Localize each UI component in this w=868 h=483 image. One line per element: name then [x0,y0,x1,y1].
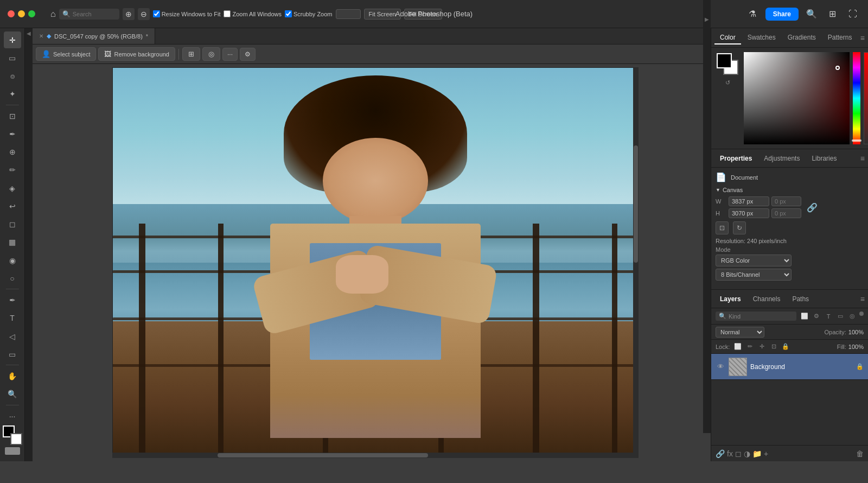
scrubby-zoom-checkbox[interactable]: Scrubby Zoom [285,10,333,17]
more-options-button[interactable]: ··· [222,48,238,61]
fill-value[interactable]: 100% [848,344,864,350]
share-button[interactable]: Share [765,8,799,21]
magic-wand-tool[interactable]: ✦ [4,86,21,103]
zoom-in-button[interactable]: ⊕ [123,8,135,20]
lock-all-icon[interactable]: 🔒 [781,342,790,352]
lock-transparent-icon[interactable]: ⬜ [733,342,743,352]
add-layer-icon[interactable]: + [764,449,768,458]
minimize-button[interactable] [18,10,25,17]
lasso-tool[interactable]: ⌾ [4,68,21,85]
chain-link-icon[interactable]: 🔗 [807,202,818,213]
smartobject-filter-icon[interactable]: ◎ [847,312,857,321]
layer-visibility-toggle[interactable]: 👁 [716,362,725,372]
height-input[interactable] [729,208,769,218]
hand-tool[interactable]: ✋ [4,367,21,384]
zoom-input[interactable]: 100% [336,9,361,19]
tab-adjustments[interactable]: Adjustments [758,152,805,164]
path-selection-tool[interactable]: ◁ [4,328,21,345]
alpha-slider[interactable] [864,52,868,144]
delete-layer-icon[interactable]: 🗑 [856,449,864,458]
healing-tool[interactable]: ⊕ [4,143,21,160]
left-collapse-strip[interactable]: ◀ [25,28,33,461]
add-mask-icon[interactable]: ◻ [735,449,742,458]
close-button[interactable] [8,10,15,17]
gradient-tool[interactable]: ▦ [4,234,21,251]
history-brush-tool[interactable]: ↩ [4,198,21,214]
width-input[interactable] [729,196,769,206]
search-input[interactable] [73,11,116,17]
search-box[interactable]: 🔍 [59,9,119,20]
more-tools-button[interactable]: ··· [4,408,21,424]
bit-depth-select[interactable]: 8 Bits/Channel 16 Bits/Channel 32 Bits/C… [716,269,792,281]
shape-filter-icon[interactable]: ▭ [835,312,845,321]
background-color[interactable] [10,433,22,445]
horizontal-scrollbar[interactable] [112,453,639,458]
tab-libraries[interactable]: Libraries [806,152,842,164]
add-fx-icon[interactable]: fx [727,449,733,458]
hue-slider[interactable] [853,52,860,144]
layers-kind-filter[interactable]: 🔍 Kind [716,312,796,321]
remove-background-button[interactable]: 🖼 Remove background [98,47,175,61]
home-icon[interactable]: ⌂ [50,9,56,19]
tab-layers[interactable]: Layers [714,293,746,305]
color-panel-more-icon[interactable]: ≡ [860,34,865,42]
reset-colors-icon[interactable]: ↺ [725,79,730,86]
blend-mode-select[interactable]: Normal Multiply Screen Overlay [716,327,764,338]
brush-tool[interactable]: ✏ [4,162,21,179]
layer-item[interactable]: 👁 Background 🔒 [711,354,868,380]
tab-color[interactable]: Color [714,31,741,45]
pen-tool[interactable]: ✒ [4,291,21,308]
select-mask-button[interactable]: ◎ [202,47,220,61]
eraser-tool[interactable]: ◻ [4,215,21,232]
add-link-icon[interactable]: 🔗 [716,449,725,458]
eyedropper-tool[interactable]: ✒ [4,125,21,142]
rotate-canvas-button[interactable]: ↻ [733,221,746,234]
blur-tool[interactable]: ◉ [4,252,21,269]
color-mode-select[interactable]: RGB Color CMYK Color Grayscale [716,255,792,266]
zoom-tool[interactable]: 🔍 [4,386,21,403]
zoom-out-button[interactable]: ⊖ [138,8,150,20]
canvas-section-header[interactable]: ▼ Canvas [716,187,864,193]
maximize-button[interactable] [28,10,35,17]
lock-position-icon[interactable]: ✛ [757,342,767,352]
crop-tool[interactable]: ⊡ [4,107,21,124]
horizontal-scrollbar-thumb[interactable] [218,453,428,457]
lock-pixels-icon[interactable]: ✏ [745,342,755,352]
dodge-tool[interactable]: ○ [4,270,21,287]
resize-windows-checkbox[interactable]: Resize Windows to Fit [153,10,221,17]
shape-tool[interactable]: ▭ [4,346,21,363]
tab-properties[interactable]: Properties [714,152,757,164]
tab-channels[interactable]: Channels [748,293,786,305]
select-subject-button[interactable]: 👤 Select subject [36,47,96,61]
opacity-value[interactable]: 100% [848,329,864,335]
settings-button[interactable]: ⚙ [240,48,256,61]
tab-close[interactable]: ✕ [39,33,43,39]
move-tool[interactable]: ✛ [4,31,21,48]
tab-gradients[interactable]: Gradients [782,31,821,45]
color-gradient-box[interactable] [744,52,850,144]
search-icon[interactable]: 🔍 [804,7,819,22]
vertical-scrollbar-thumb[interactable] [634,145,638,263]
y-input[interactable] [771,208,801,218]
tab-paths[interactable]: Paths [787,293,814,305]
foreground-swatch[interactable] [717,53,732,68]
tab-swatches[interactable]: Swatches [742,31,781,45]
document-tab[interactable]: ✕ ◆ DSC_0547 copy @ 50% (RGB/8) * [33,28,155,44]
stamp-tool[interactable]: ◈ [4,180,21,196]
properties-more-icon[interactable]: ≡ [860,154,865,163]
adjustment-filter-icon[interactable]: ⚙ [812,312,821,321]
arrange-icon[interactable]: ⊞ [825,7,840,22]
photo-canvas[interactable] [112,67,639,458]
fit-canvas-button[interactable]: ⊡ [716,221,729,234]
type-filter-icon[interactable]: T [824,312,833,321]
discover-icon[interactable]: ⚗ [745,7,760,22]
expand-icon[interactable]: ⛶ [845,7,860,22]
right-collapse-strip[interactable]: ▶ [703,0,711,433]
pixel-filter-icon[interactable]: ⬜ [800,312,809,321]
refine-edge-button[interactable]: ⊞ [182,47,200,61]
selection-tool[interactable]: ▭ [4,49,21,66]
x-input[interactable] [771,196,801,206]
quick-mask-mode[interactable] [5,447,20,455]
vertical-scrollbar[interactable] [633,67,639,458]
document-section-header[interactable]: 📄 Document [716,172,864,182]
